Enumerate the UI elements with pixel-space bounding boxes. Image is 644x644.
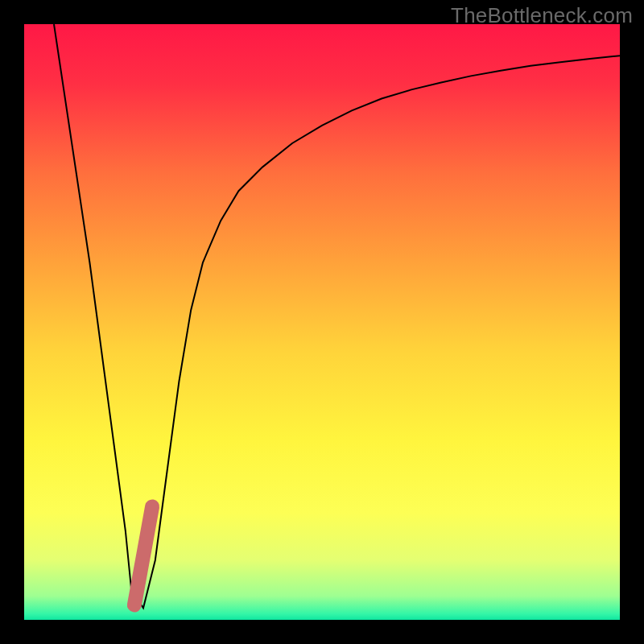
chart-frame: TheBottleneck.com xyxy=(0,0,644,644)
chart-svg xyxy=(24,24,620,620)
chart-background xyxy=(24,24,620,620)
plot-area xyxy=(24,24,620,620)
